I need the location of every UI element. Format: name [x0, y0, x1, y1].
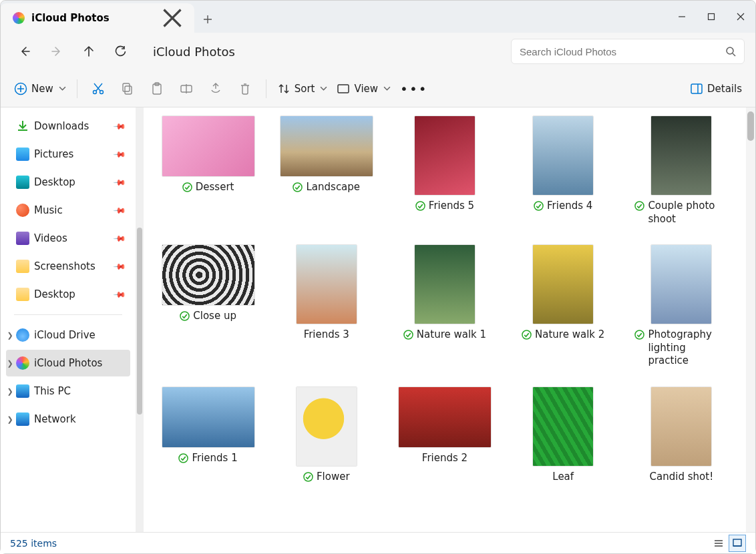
search-box[interactable]: [511, 39, 745, 64]
photo-thumbnail[interactable]: [414, 244, 476, 324]
photo-item[interactable]: Close up: [157, 244, 259, 368]
tab-icloud-photos[interactable]: iCloud Photos: [1, 3, 194, 33]
photo-item[interactable]: Friends 1: [157, 386, 259, 485]
list-view-toggle[interactable]: [710, 535, 727, 552]
photo-item[interactable]: Couple photo shoot: [630, 115, 733, 226]
pin-icon: 📌: [113, 119, 127, 133]
photo-thumbnail[interactable]: [398, 386, 492, 448]
sidebar-tree-icloud-photos[interactable]: ❯iCloud Photos: [6, 350, 130, 376]
maximize-button[interactable]: [697, 1, 726, 33]
photo-item[interactable]: Nature walk 1: [393, 244, 496, 368]
photo-item[interactable]: Friends 4: [512, 115, 614, 226]
photo-name: Nature walk 2: [535, 328, 604, 342]
search-input[interactable]: [520, 46, 725, 57]
sidebar-pinned-screenshots[interactable]: Screenshots📌: [6, 253, 130, 280]
photo-thumbnail[interactable]: [162, 386, 255, 448]
forward-button[interactable]: [43, 38, 70, 65]
photo-item[interactable]: Photography lighting practice: [630, 244, 733, 368]
chevron-right-icon[interactable]: ❯: [5, 415, 15, 424]
photo-item[interactable]: Friends 3: [275, 244, 377, 368]
photo-thumbnail[interactable]: [650, 386, 712, 467]
sidebar-tree-network[interactable]: ❯Network: [6, 406, 130, 433]
sort-button[interactable]: Sort: [273, 76, 332, 101]
chevron-right-icon[interactable]: ❯: [5, 359, 15, 368]
sidebar-label: This PC: [34, 385, 71, 397]
photo-thumbnail[interactable]: [532, 115, 594, 196]
photo-name: Couple photo shoot: [648, 200, 728, 226]
music-icon: [15, 203, 30, 218]
photo-item[interactable]: Landscape: [275, 115, 377, 226]
chevron-right-icon[interactable]: ❯: [5, 387, 15, 396]
photo-thumbnail[interactable]: [650, 115, 712, 196]
details-button[interactable]: Details: [686, 76, 746, 101]
photo-thumbnail[interactable]: [280, 115, 373, 177]
chevron-right-icon[interactable]: ❯: [5, 331, 15, 340]
svg-point-21: [179, 453, 188, 462]
cut-button[interactable]: [84, 76, 112, 101]
sidebar-pinned-pictures[interactable]: Pictures📌: [6, 141, 130, 168]
photo-thumbnail[interactable]: [162, 115, 255, 177]
chevron-down-icon: [59, 85, 66, 92]
pin-icon: 📌: [113, 148, 127, 162]
refresh-button[interactable]: [108, 38, 134, 65]
new-button[interactable]: New: [10, 76, 70, 101]
sidebar-label: iCloud Drive: [34, 329, 96, 341]
back-button[interactable]: [11, 38, 38, 65]
scissors-icon: [91, 82, 105, 95]
content-scrollbar[interactable]: [746, 107, 755, 532]
sidebar-pinned-music[interactable]: Music📌: [6, 197, 130, 224]
photo-name: Nature walk 1: [417, 328, 486, 342]
sidebar-scroll-thumb[interactable]: [137, 228, 142, 414]
photo-item[interactable]: Friends 5: [393, 115, 496, 226]
sidebar-tree-icloud-drive[interactable]: ❯iCloud Drive: [6, 322, 130, 348]
thumbnails-view-toggle[interactable]: [729, 535, 746, 552]
tab-close-button[interactable]: [162, 8, 182, 28]
sidebar-pinned-desktop[interactable]: Desktop📌: [6, 281, 130, 308]
photos-icon: [15, 356, 30, 370]
synced-icon: [415, 201, 425, 214]
svg-rect-6: [123, 83, 130, 91]
photo-item[interactable]: Candid shot!: [630, 386, 733, 485]
share-button[interactable]: [202, 76, 230, 101]
svg-point-1: [727, 47, 733, 54]
status-bar: 525 items: [1, 532, 755, 553]
photo-thumbnail[interactable]: [296, 386, 357, 467]
delete-button[interactable]: [231, 76, 259, 101]
arrow-left-icon: [19, 45, 31, 57]
sidebar-tree-this-pc[interactable]: ❯This PC: [6, 378, 130, 404]
photo-name: Friends 1: [192, 452, 237, 465]
body: Downloads📌Pictures📌Desktop📌Music📌Videos📌…: [1, 107, 755, 532]
content-pane[interactable]: DessertLandscapeFriends 5Friends 4Couple…: [144, 107, 746, 532]
sidebar-scrollbar[interactable]: [136, 107, 144, 532]
more-button[interactable]: •••: [396, 76, 431, 101]
photo-thumbnail[interactable]: [162, 244, 255, 306]
paste-button[interactable]: [143, 76, 171, 101]
photo-thumbnail[interactable]: [414, 115, 476, 196]
photo-item[interactable]: Nature walk 2: [512, 244, 614, 368]
new-tab-button[interactable]: [194, 3, 221, 35]
close-window-button[interactable]: [726, 1, 755, 33]
sidebar-pinned-desktop[interactable]: Desktop📌: [6, 169, 130, 196]
up-button[interactable]: [75, 38, 102, 65]
photo-item[interactable]: Leaf: [512, 386, 614, 485]
photo-item[interactable]: Friends 2: [393, 386, 496, 485]
photo-thumbnail[interactable]: [650, 244, 712, 324]
photo-item[interactable]: Flower: [275, 386, 377, 485]
synced-icon: [534, 201, 544, 214]
photo-item[interactable]: Dessert: [157, 115, 259, 226]
sort-label: Sort: [295, 83, 315, 95]
view-button[interactable]: View: [333, 76, 395, 101]
synced-icon: [634, 330, 644, 342]
photo-thumbnail[interactable]: [532, 244, 594, 324]
sidebar-pinned-downloads[interactable]: Downloads📌: [6, 113, 130, 140]
photo-label-row: Couple photo shoot: [634, 200, 728, 226]
rename-button[interactable]: [172, 76, 200, 101]
copy-button[interactable]: [114, 76, 142, 101]
content-scroll-thumb[interactable]: [747, 111, 754, 141]
address-bar[interactable]: iCloud Photos: [153, 45, 235, 59]
photo-thumbnail[interactable]: [532, 386, 594, 467]
trash-icon: [238, 82, 252, 95]
sidebar-pinned-videos[interactable]: Videos📌: [6, 225, 130, 252]
minimize-button[interactable]: [667, 1, 697, 33]
photo-thumbnail[interactable]: [296, 244, 357, 324]
